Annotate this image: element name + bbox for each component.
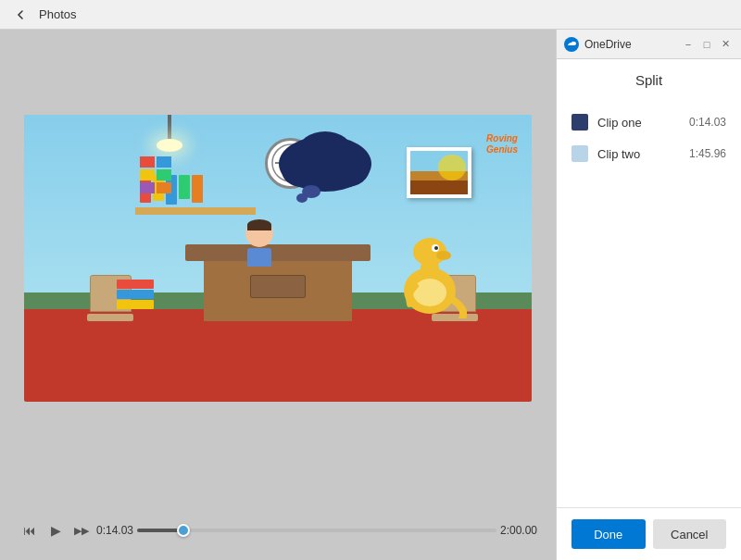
ceiling-light bbox=[168, 115, 171, 152]
floor-bg bbox=[24, 309, 532, 401]
current-time-label: 0:14.03 bbox=[96, 524, 133, 537]
split-title: Split bbox=[557, 59, 741, 99]
cartoon-scene: RovingGenius bbox=[24, 115, 532, 402]
svg-point-17 bbox=[438, 155, 466, 180]
cancel-button[interactable]: Cancel bbox=[653, 519, 727, 549]
footer-buttons: Done Cancel bbox=[557, 507, 741, 560]
svg-point-23 bbox=[436, 251, 451, 260]
svg-point-11 bbox=[297, 131, 353, 172]
back-button[interactable] bbox=[7, 2, 33, 28]
right-panel: OneDrive − □ ✕ Split Clip one 0:14.03 Cl… bbox=[556, 30, 741, 560]
clip-name-1: Clip one bbox=[597, 116, 680, 130]
control-row: ⏮ ▶ ▶▶ 0:14.03 2:00.00 bbox=[19, 519, 537, 541]
clip-name-2: Clip two bbox=[597, 147, 680, 161]
cartoon-dinosaur bbox=[393, 226, 467, 321]
clip-item-2: Clip two 1:45.96 bbox=[571, 138, 726, 169]
shelf-board bbox=[135, 207, 256, 215]
thought-cloud bbox=[274, 129, 376, 203]
minimize-button[interactable]: − bbox=[680, 36, 697, 53]
svg-point-22 bbox=[434, 246, 438, 250]
progress-track[interactable] bbox=[137, 529, 496, 532]
desk bbox=[185, 244, 370, 321]
svg-point-24 bbox=[413, 279, 446, 306]
onedrive-titlebar: OneDrive − □ ✕ bbox=[557, 30, 741, 59]
main-area: RovingGenius bbox=[0, 30, 741, 560]
step-back-button[interactable]: ⏮ bbox=[19, 519, 41, 541]
clip-duration-2: 1:45.96 bbox=[689, 147, 726, 160]
svg-rect-15 bbox=[410, 179, 468, 194]
brand-logo: RovingGenius bbox=[486, 133, 518, 156]
total-time-label: 2:00.00 bbox=[500, 524, 537, 537]
play-button[interactable]: ▶ bbox=[44, 519, 67, 541]
video-container: RovingGenius bbox=[24, 115, 532, 402]
clip-color-2 bbox=[571, 145, 588, 162]
done-button[interactable]: Done bbox=[571, 519, 646, 549]
restore-button[interactable]: □ bbox=[698, 36, 715, 53]
progress-thumb[interactable] bbox=[177, 524, 190, 537]
svg-point-13 bbox=[296, 193, 308, 203]
photos-titlebar: Photos bbox=[0, 0, 741, 30]
onedrive-title: OneDrive bbox=[584, 38, 674, 51]
video-panel: RovingGenius bbox=[0, 30, 556, 560]
clip-item-1: Clip one 0:14.03 bbox=[571, 106, 726, 138]
wall-picture bbox=[407, 147, 471, 198]
window-buttons: − □ ✕ bbox=[680, 36, 734, 53]
cartoon-boy bbox=[245, 219, 273, 267]
app-title: Photos bbox=[39, 7, 76, 21]
stacked-books bbox=[117, 280, 154, 309]
video-controls: ⏮ ▶ ▶▶ 0:14.03 2:00.00 bbox=[19, 519, 537, 541]
clip-list: Clip one 0:14.03 Clip two 1:45.96 bbox=[557, 99, 741, 507]
onedrive-icon bbox=[564, 37, 579, 52]
step-forward-button[interactable]: ▶▶ bbox=[70, 519, 93, 541]
clip-duration-1: 0:14.03 bbox=[689, 116, 726, 129]
close-button[interactable]: ✕ bbox=[717, 36, 734, 53]
clip-color-1 bbox=[571, 114, 588, 131]
